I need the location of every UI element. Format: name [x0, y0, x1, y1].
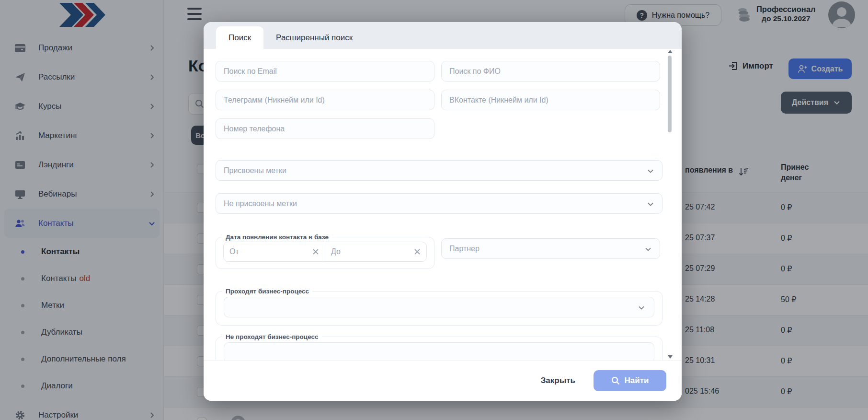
chevron-down-icon [638, 304, 645, 312]
partner-placeholder: Партнер [449, 245, 480, 253]
date-range-picker: От До [223, 242, 427, 262]
chevron-down-icon [647, 200, 654, 208]
date-added-group-label: Дата появления контакта в базе [222, 233, 332, 241]
partner-select[interactable]: Партнер [441, 238, 660, 259]
modal-scrollbar[interactable] [667, 50, 672, 359]
scroll-down-arrow-icon[interactable] [668, 355, 673, 359]
date-added-group: Дата появления контакта в базе От До [216, 233, 434, 269]
tags-not-assigned-select[interactable]: Не присвоены метки [216, 193, 662, 214]
business-process-not-group-label: Не проходят бизнес-процесс [222, 333, 322, 340]
search-modal: Поиск Расширенный поиск Присвоены метки … [204, 22, 682, 401]
tab-advanced-search[interactable]: Расширенный поиск [263, 26, 365, 49]
date-to-placeholder: До [331, 247, 414, 256]
chevron-down-icon [644, 245, 652, 253]
find-button-label: Найти [625, 376, 649, 385]
tags-assigned-select[interactable]: Присвоены метки [216, 160, 662, 181]
fio-search-input[interactable] [441, 61, 660, 82]
date-from-input[interactable]: От [224, 242, 325, 261]
modal-footer: Закрыть Найти [204, 360, 682, 401]
business-process-not-select[interactable] [224, 342, 654, 360]
business-process-select[interactable] [224, 297, 654, 317]
close-button[interactable]: Закрыть [541, 376, 575, 385]
business-process-not-group: Не проходят бизнес-процесс [216, 333, 662, 360]
clear-icon[interactable] [414, 248, 421, 255]
vk-search-input[interactable] [441, 90, 660, 110]
business-process-group-label: Проходят бизнес-процесс [222, 288, 312, 295]
tags-not-assigned-placeholder: Не присвоены метки [224, 199, 297, 208]
chevron-down-icon [647, 167, 654, 175]
email-search-input[interactable] [216, 61, 434, 82]
date-from-placeholder: От [229, 247, 312, 256]
telegram-search-input[interactable] [216, 90, 434, 110]
find-button[interactable]: Найти [594, 370, 666, 391]
modal-body: Присвоены метки Не присвоены метки Дата … [204, 49, 682, 360]
tags-assigned-placeholder: Присвоены метки [224, 166, 286, 175]
modal-tab-bar: Поиск Расширенный поиск [204, 22, 682, 49]
phone-search-input[interactable] [216, 118, 434, 139]
scroll-up-arrow-icon[interactable] [668, 50, 673, 53]
scrollbar-thumb[interactable] [668, 56, 672, 132]
search-icon [611, 376, 620, 385]
business-process-group: Проходят бизнес-процесс [216, 288, 662, 326]
tab-search[interactable]: Поиск [216, 26, 263, 49]
date-to-input[interactable]: До [325, 242, 426, 261]
clear-icon[interactable] [312, 248, 319, 255]
